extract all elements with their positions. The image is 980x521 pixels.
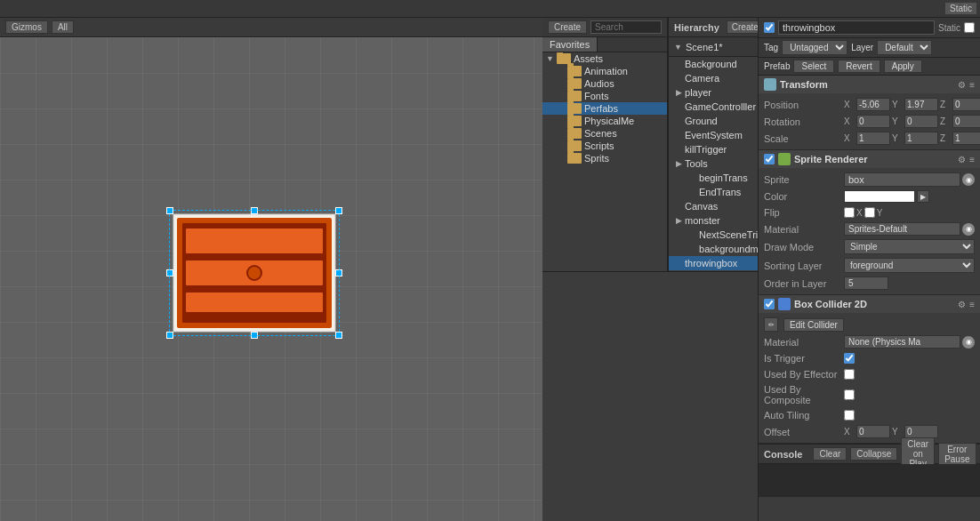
- sprite-renderer-settings-icon[interactable]: ⚙: [958, 155, 966, 164]
- tree-item-assets[interactable]: ▼ Assets: [542, 52, 667, 65]
- flip-value: X Y: [844, 207, 975, 218]
- hierarchy-arrow: ▶: [676, 216, 685, 225]
- hierarchy-item-killTrigger[interactable]: killTrigger: [669, 142, 758, 156]
- tree-item-perfabs[interactable]: Perfabs: [542, 102, 667, 115]
- hierarchy-item-throwingbox[interactable]: throwingbox: [669, 256, 758, 270]
- tree-item-scenes[interactable]: Scenes: [542, 127, 667, 140]
- hierarchy-toolbar: Hierarchy Create All: [669, 18, 758, 37]
- is-trigger-checkbox[interactable]: [844, 353, 855, 364]
- used-by-effector-checkbox[interactable]: [844, 369, 855, 380]
- box-collider-title: Box Collider 2D: [794, 299, 954, 309]
- collider-material-value: None (Physics Ma ◉: [844, 335, 975, 349]
- hierarchy-item-monster[interactable]: ▶monster: [669, 213, 758, 228]
- hierarchy-item-Camera[interactable]: Camera: [669, 71, 758, 85]
- hierarchy-item-player[interactable]: ▶player: [669, 85, 758, 100]
- scale-z-input[interactable]: [952, 132, 980, 145]
- hierarchy-panel: Hierarchy Create All ▼ Scene1* ≡ Backgro…: [669, 18, 758, 271]
- box-collider-checkbox[interactable]: [764, 299, 775, 309]
- hierarchy-item-Tools[interactable]: ▶Tools: [669, 156, 758, 171]
- tree-item-sprits[interactable]: Sprits: [542, 152, 667, 164]
- scene-arrow: ▼: [674, 43, 682, 52]
- sprite-pick-button[interactable]: ◉: [962, 173, 975, 186]
- clear-button[interactable]: Clear: [813, 447, 847, 461]
- hierarchy-item-Background[interactable]: Background: [669, 57, 758, 71]
- spacer: [542, 272, 758, 521]
- position-y-input[interactable]: [904, 98, 938, 111]
- box-collider-settings-icon[interactable]: ⚙: [958, 300, 966, 309]
- transform-menu-icon[interactable]: ≡: [969, 80, 975, 90]
- collider-material-pick-button[interactable]: ◉: [962, 336, 975, 349]
- gizmos-button[interactable]: Gizmos: [5, 20, 48, 34]
- object-name-input[interactable]: [778, 20, 935, 35]
- hierarchy-item-EndTrans[interactable]: EndTrans: [669, 185, 758, 199]
- hierarchy-item-NextSceneTrigger[interactable]: NextSceneTrigger: [669, 228, 758, 242]
- flip-row: Flip X Y: [764, 204, 975, 220]
- edit-collider-button[interactable]: Edit Collider: [783, 318, 844, 332]
- project-create-button[interactable]: Create: [548, 20, 587, 34]
- sorting-layer-dropdown[interactable]: foreground background Default: [844, 258, 975, 273]
- hierarchy-item-Canvas[interactable]: Canvas: [669, 199, 758, 213]
- hierarchy-item-label: Background: [685, 59, 737, 69]
- position-x-input[interactable]: [856, 98, 890, 111]
- rotation-x-input[interactable]: [856, 115, 890, 128]
- material-field: Sprites-Default: [844, 222, 960, 236]
- favorites-tab[interactable]: Favorites: [542, 37, 598, 52]
- hierarchy-item-Ground[interactable]: Ground: [669, 114, 758, 128]
- inspector-prefab-row: Prefab Select Revert Apply: [759, 58, 980, 76]
- color-picker-button[interactable]: ▶: [917, 190, 929, 203]
- offset-label: Offset: [764, 427, 844, 437]
- position-value: X Y Z: [844, 98, 980, 111]
- hierarchy-item-GameControlller[interactable]: GameControlller: [669, 100, 758, 114]
- material-pick-button[interactable]: ◉: [962, 223, 975, 236]
- box-collider-header[interactable]: Box Collider 2D ⚙ ≡: [759, 295, 980, 313]
- tree-item-fonts[interactable]: Fonts: [542, 90, 667, 102]
- flip-y-checkbox[interactable]: [864, 207, 875, 218]
- tree-item-physicalme[interactable]: PhysicalMe: [542, 115, 667, 127]
- tree-item-audios[interactable]: Audios: [542, 77, 667, 90]
- draw-mode-label: Draw Mode: [764, 242, 844, 252]
- select-button[interactable]: Select: [793, 60, 834, 73]
- box-collider-section: Box Collider 2D ⚙ ≡ ✏ Edit Collider Mate…: [759, 295, 980, 444]
- auto-tiling-checkbox[interactable]: [844, 410, 855, 421]
- object-active-checkbox[interactable]: [764, 22, 775, 33]
- revert-button[interactable]: Revert: [838, 60, 880, 73]
- transform-settings-icon[interactable]: ⚙: [958, 80, 966, 90]
- hierarchy-item-beginTrans[interactable]: beginTrans: [669, 171, 758, 185]
- hierarchy-item-EventSystem[interactable]: EventSystem: [669, 128, 758, 142]
- draw-mode-dropdown[interactable]: Simple Sliced Tiled: [844, 239, 975, 254]
- scene-canvas[interactable]: [0, 37, 542, 521]
- layer-dropdown[interactable]: Default: [877, 40, 932, 55]
- color-label: Color: [764, 191, 844, 202]
- tag-dropdown[interactable]: Untagged: [782, 40, 847, 55]
- rotation-y-input[interactable]: [904, 115, 938, 128]
- sprite-renderer-title: Sprite Renderer: [794, 154, 954, 164]
- offset-y-input[interactable]: [904, 425, 938, 438]
- tree-item-scripts[interactable]: Scripts: [542, 140, 667, 152]
- hierarchy-item-backgroundmusic[interactable]: backgroundmusic: [669, 242, 758, 256]
- scale-y-input[interactable]: [904, 132, 938, 145]
- scale-x-input[interactable]: [856, 132, 890, 145]
- assets-label: Assets: [574, 53, 603, 64]
- box-collider-menu-icon[interactable]: ≡: [969, 300, 975, 309]
- offset-x-input[interactable]: [856, 425, 890, 438]
- used-by-composite-checkbox[interactable]: [844, 389, 855, 400]
- sprite-renderer-checkbox[interactable]: [764, 154, 775, 164]
- all-button[interactable]: All: [52, 20, 74, 34]
- rotation-z-input[interactable]: [952, 115, 980, 128]
- static-checkbox[interactable]: [964, 22, 975, 33]
- collapse-button[interactable]: Collapse: [850, 447, 897, 461]
- position-z-input[interactable]: [952, 98, 980, 111]
- physicalme-label: PhysicalMe: [584, 116, 634, 126]
- is-trigger-label: Is Trigger: [764, 353, 844, 364]
- flip-x-checkbox[interactable]: [844, 207, 855, 218]
- apply-button[interactable]: Apply: [884, 60, 922, 73]
- sprite-renderer-header[interactable]: Sprite Renderer ⚙ ≡: [759, 150, 980, 168]
- order-in-layer-input[interactable]: [844, 277, 888, 290]
- project-search-input[interactable]: [590, 20, 662, 34]
- transform-header[interactable]: Transform ⚙ ≡: [759, 76, 980, 93]
- hierarchy-create-button[interactable]: Create: [727, 20, 758, 34]
- error-pause-button[interactable]: Error Pause: [938, 443, 976, 466]
- tree-item-animation[interactable]: Animation: [542, 65, 667, 77]
- sprite-renderer-menu-icon[interactable]: ≡: [969, 155, 975, 164]
- color-swatch[interactable]: [844, 190, 915, 203]
